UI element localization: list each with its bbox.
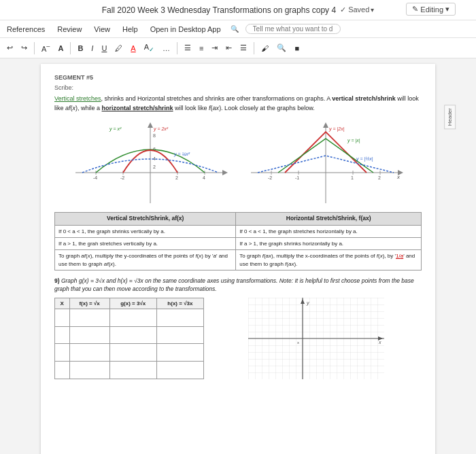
table-cell: If a > 1, the graph shrinks horizontally… bbox=[236, 238, 422, 250]
document-page: SEGMENT #5 Scribe: Vertical stretches, s… bbox=[41, 64, 435, 454]
graph2-svg: -1 -2 1 2 x y = |2x| y = |x| y = |½x| bbox=[241, 118, 411, 207]
vertical-stretch-bold: vertical stretch/shrink bbox=[332, 95, 396, 102]
problem-number: 9) bbox=[54, 277, 60, 284]
svg-text:y = x²: y = x² bbox=[109, 126, 122, 132]
list-button[interactable]: ☰ bbox=[182, 42, 194, 54]
table-row: If a > 1, the grah stretches vertically … bbox=[55, 238, 422, 250]
svg-text:y = |½x|: y = |½x| bbox=[356, 156, 373, 162]
chevron-down-icon: ▾ bbox=[371, 6, 374, 14]
search-button-fmt[interactable]: 🔍 bbox=[274, 42, 289, 54]
horizontal-stretch-bold: horizontal stretch/shrink bbox=[102, 105, 173, 111]
graph-horizontal-stretch: -1 -2 1 2 x y = |2x| y = |x| y = |½x| bbox=[241, 118, 411, 207]
svg-text:x: x bbox=[396, 174, 401, 180]
editing-button[interactable]: ✎ Editing ▾ bbox=[406, 3, 456, 16]
undo-button[interactable]: ↩ bbox=[4, 42, 16, 54]
table-cell: If a > 1, the grah stretches vertically … bbox=[55, 238, 236, 250]
graphs-container: -2 -4 2 4 8 6 4 2 y = 2x² bbox=[54, 118, 422, 207]
underline-button[interactable]: U bbox=[99, 43, 109, 54]
svg-marker-2 bbox=[148, 122, 153, 128]
svg-text:-4: -4 bbox=[93, 175, 97, 180]
open-desktop-button[interactable]: Open in Desktop App bbox=[148, 24, 224, 35]
search-icon: 🔍 bbox=[231, 25, 239, 33]
svg-text:2: 2 bbox=[153, 164, 156, 169]
pen-icon-button[interactable]: 🖊 bbox=[112, 43, 125, 54]
grid-svg: y x x bbox=[211, 298, 422, 379]
svg-text:2: 2 bbox=[378, 175, 381, 180]
svg-text:1: 1 bbox=[351, 175, 354, 180]
table-cell: If 0 < a < 1, the graph stretches horizo… bbox=[236, 226, 422, 238]
svg-text:4: 4 bbox=[203, 175, 205, 180]
font-color-a2-button[interactable]: A✓ bbox=[141, 41, 157, 54]
bottom-area: X f(x) = √x g(x) = 3√x h(x) = √3x bbox=[54, 298, 422, 379]
col-header-gx: g(x) = 3√x bbox=[109, 298, 156, 309]
svg-text:y = 2x²: y = 2x² bbox=[153, 126, 169, 132]
menu-review[interactable]: Review bbox=[54, 24, 84, 35]
pencil-icon: ✎ bbox=[412, 5, 418, 14]
graph-vertical-stretch: -2 -4 2 4 8 6 4 2 y = 2x² bbox=[65, 118, 235, 207]
table-row bbox=[55, 309, 204, 326]
svg-text:-2: -2 bbox=[120, 175, 124, 180]
tell-me-input[interactable] bbox=[245, 24, 341, 34]
table-cell: To graph af(x), multiply the y-coordinat… bbox=[55, 250, 236, 270]
graph1-svg: -2 -4 2 4 8 6 4 2 y = 2x² bbox=[65, 118, 235, 207]
svg-text:2: 2 bbox=[175, 175, 178, 180]
table-header-horizontal: Horizontal Stretch/Shrink, f(ax) bbox=[236, 213, 422, 226]
transformation-table: Vertical Stretch/Shrink, af(x) Horizonta… bbox=[54, 212, 422, 270]
intro-paragraph: Vertical stretches, shrinks and Horizont… bbox=[54, 94, 422, 113]
format-toolbar: ↩ ↪ A– A B I U 🖊 A A✓ … ☰ ≡ ⇥ ⇤ ☰ 🖌 🔍 ■ bbox=[0, 38, 476, 58]
table-row bbox=[55, 326, 204, 344]
style-button[interactable]: 🖌 bbox=[258, 43, 271, 54]
scribe-label: Scribe: bbox=[54, 84, 422, 92]
svg-text:-1: -1 bbox=[295, 175, 299, 180]
bold-button[interactable]: B bbox=[75, 43, 86, 54]
table-row: If 0 < a < 1, the graph shrinks vertical… bbox=[55, 226, 422, 238]
chevron-down-icon: ▾ bbox=[445, 5, 449, 14]
vertical-stretch-link: Vertical stretches bbox=[54, 95, 101, 102]
toolbar-divider-4 bbox=[254, 42, 254, 54]
font-color-a-button[interactable]: A bbox=[128, 43, 138, 54]
table-cell: If 0 < a < 1, the graph shrinks vertical… bbox=[55, 226, 236, 238]
toolbar-divider-3 bbox=[177, 42, 177, 54]
document-area: SEGMENT #5 Scribe: Vertical stretches, s… bbox=[0, 58, 476, 454]
svg-text:y: y bbox=[306, 300, 309, 306]
font-style-a-button[interactable]: A– bbox=[39, 41, 52, 54]
table-row bbox=[55, 344, 204, 362]
problem-9-text: 9) Graph g(x) = 3√x and h(x) = √3x on th… bbox=[54, 277, 422, 294]
svg-text:-2: -2 bbox=[268, 175, 272, 180]
font-style-a-super-button[interactable]: A bbox=[55, 43, 66, 54]
num-list-button[interactable]: ≡ bbox=[197, 43, 206, 54]
toolbar-divider-2 bbox=[70, 42, 71, 54]
align-button[interactable]: ☰ bbox=[237, 42, 250, 54]
svg-text:y = |2x|: y = |2x| bbox=[328, 126, 345, 132]
table-cell: To graph f(ax), multiply the x-coordinat… bbox=[236, 250, 422, 270]
svg-marker-21 bbox=[323, 122, 328, 128]
more-button[interactable]: … bbox=[160, 43, 173, 54]
title-bar: Fall 2020 Week 3 Wednesday Transformatio… bbox=[0, 0, 476, 20]
svg-text:y = ¼x²: y = ¼x² bbox=[173, 152, 190, 157]
toolbar-divider bbox=[34, 42, 35, 54]
menu-view[interactable]: View bbox=[91, 24, 113, 35]
italic-button[interactable]: I bbox=[88, 43, 96, 54]
col-header-x: X bbox=[55, 298, 70, 309]
svg-text:x: x bbox=[378, 340, 381, 345]
svg-text:x: x bbox=[297, 340, 299, 345]
document-title: Fall 2020 Week 3 Wednesday Transformatio… bbox=[102, 5, 336, 15]
svg-text:y = |x|: y = |x| bbox=[347, 138, 360, 143]
values-table: X f(x) = √x g(x) = 3√x h(x) = √3x bbox=[54, 298, 204, 379]
table-row: To graph af(x), multiply the y-coordinat… bbox=[55, 250, 422, 270]
table-header-vertical: Vertical Stretch/Shrink, af(x) bbox=[55, 213, 236, 226]
menu-references[interactable]: References bbox=[4, 24, 48, 35]
svg-marker-3 bbox=[222, 170, 228, 175]
coordinate-grid: y x x bbox=[211, 298, 422, 379]
menu-bar: References Review View Help Open in Desk… bbox=[0, 20, 476, 38]
col-header-fx: f(x) = √x bbox=[69, 298, 109, 309]
save-status: ✓ Saved bbox=[340, 5, 369, 14]
editor-icon-button[interactable]: ■ bbox=[292, 43, 302, 54]
indent-button[interactable]: ⇥ bbox=[209, 42, 220, 54]
segment-label: SEGMENT #5 bbox=[54, 73, 422, 82]
menu-help[interactable]: Help bbox=[120, 24, 141, 35]
col-header-hx: h(x) = √3x bbox=[156, 298, 203, 309]
svg-text:8: 8 bbox=[153, 133, 156, 138]
redo-button[interactable]: ↪ bbox=[18, 42, 30, 54]
outdent-button[interactable]: ⇤ bbox=[223, 42, 235, 54]
